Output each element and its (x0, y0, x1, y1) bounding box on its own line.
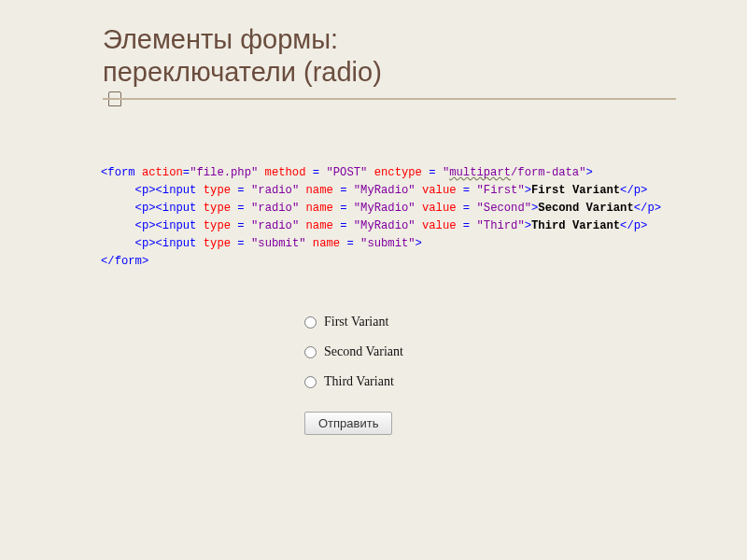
code-text-second: Second Variant (538, 202, 633, 215)
val-enctype-wavy: multipart (449, 166, 511, 179)
radio-row-3: Third Variant (304, 374, 403, 389)
form-preview: First Variant Second Variant Third Varia… (304, 315, 403, 435)
code-text-first: First Variant (531, 184, 620, 197)
radio-label-second: Second Variant (324, 344, 403, 359)
radio-row-2: Second Variant (304, 344, 403, 359)
val-method: "POST" (326, 166, 367, 179)
title-line-2: переключатели (radio) (103, 57, 382, 87)
attr-action: action (142, 166, 183, 179)
tag-form-open: <form (101, 166, 135, 179)
attr-enctype: enctype (374, 166, 422, 179)
radio-row-1: First Variant (304, 315, 403, 329)
title-line-1: Элементы формы: (103, 24, 338, 54)
code-text-third: Third Variant (531, 219, 620, 232)
radio-label-first: First Variant (324, 315, 388, 329)
slide: Элементы формы: переключатели (radio) <f… (0, 0, 747, 560)
submit-button[interactable]: Отправить (304, 412, 392, 435)
val-action: "file.php" (190, 166, 258, 179)
radio-second[interactable] (304, 346, 317, 358)
slide-title: Элементы формы: переключатели (radio) (0, 0, 747, 89)
title-underline (103, 98, 676, 100)
radio-label-third: Third Variant (324, 374, 394, 389)
radio-first[interactable] (304, 316, 317, 329)
attr-method: method (265, 166, 306, 179)
code-snippet: <form action="file.php" method = "POST" … (101, 164, 661, 270)
tag-form-close: </form> (101, 255, 148, 268)
radio-third[interactable] (304, 376, 317, 388)
